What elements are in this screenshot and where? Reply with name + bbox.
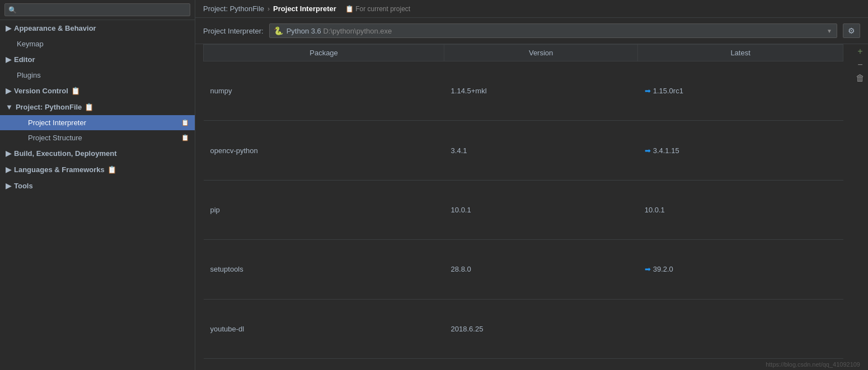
latest-value: 39.2.0 bbox=[653, 265, 673, 273]
search-icon: 🔍 bbox=[8, 6, 17, 14]
interpreter-select[interactable]: 🐍 Python 3.6 D:\python\python.exe ▼ bbox=[269, 23, 837, 38]
remove-package-button[interactable]: − bbox=[854, 59, 866, 71]
table-row[interactable]: opencv-python3.4.1➡3.4.1.15 bbox=[204, 121, 843, 180]
interpreter-version: Python 3.6 D:\python\python.exe bbox=[287, 27, 823, 35]
packages-table: Package Version Latest numpy1.14.5+mkl➡1… bbox=[203, 44, 843, 359]
copy-icon: 📋 bbox=[181, 134, 189, 141]
search-wrapper[interactable]: 🔍 bbox=[4, 3, 190, 16]
package-version: 28.8.0 bbox=[444, 240, 638, 299]
table-row[interactable]: setuptools28.8.0➡39.2.0 bbox=[204, 240, 843, 299]
sidebar-item-keymap[interactable]: Keymap bbox=[0, 36, 195, 51]
add-package-button[interactable]: + bbox=[854, 45, 866, 58]
package-name: setuptools bbox=[204, 240, 444, 299]
package-name: opencv-python bbox=[204, 121, 444, 180]
arrow-icon: ▶ bbox=[6, 149, 11, 158]
latest-value: 3.4.1.15 bbox=[653, 146, 679, 155]
table-row[interactable]: youtube-dl2018.6.25 bbox=[204, 299, 843, 358]
breadcrumb: Project: PythonFile › Project Interprete… bbox=[195, 0, 868, 18]
sidebar-item-label: Project Interpreter bbox=[28, 118, 179, 127]
copy-icon: 📋 bbox=[181, 119, 189, 126]
package-version: 3.4.1 bbox=[444, 121, 638, 180]
copy-icon: 📋 bbox=[71, 87, 80, 95]
package-latest: ➡39.2.0 bbox=[638, 240, 843, 299]
breadcrumb-note: 📋 For current project bbox=[345, 5, 410, 13]
breadcrumb-parent[interactable]: Project: PythonFile bbox=[203, 4, 264, 13]
sidebar-item-label: Languages & Frameworks bbox=[14, 165, 105, 174]
sidebar-item-project-structure[interactable]: Project Structure 📋 bbox=[0, 130, 195, 145]
sidebar-item-label: Editor bbox=[14, 55, 35, 64]
update-arrow-icon: ➡ bbox=[645, 265, 651, 273]
table-actions: + − 🗑 bbox=[852, 44, 868, 359]
package-version: 10.0.1 bbox=[444, 180, 638, 239]
sidebar-item-appearance[interactable]: ▶ Appearance & Behavior bbox=[0, 20, 195, 36]
package-version: 1.14.5+mkl bbox=[444, 61, 638, 121]
sidebar-item-project-interpreter[interactable]: Project Interpreter 📋 bbox=[0, 115, 195, 130]
sidebar-item-label: Plugins bbox=[17, 71, 189, 79]
sidebar-item-label: Project: PythonFile bbox=[16, 103, 82, 111]
table-row[interactable]: numpy1.14.5+mkl➡1.15.0rc1 bbox=[204, 61, 843, 121]
update-arrow-icon: ➡ bbox=[645, 146, 651, 155]
sidebar-item-build-execution[interactable]: ▶ Build, Execution, Deployment bbox=[0, 145, 195, 162]
arrow-icon: ▶ bbox=[6, 55, 11, 64]
sidebar-item-languages-frameworks[interactable]: ▶ Languages & Frameworks 📋 bbox=[0, 162, 195, 178]
arrow-icon: ▶ bbox=[6, 182, 11, 190]
delete-package-button[interactable]: 🗑 bbox=[854, 72, 866, 84]
package-name: numpy bbox=[204, 61, 444, 121]
packages-area: Package Version Latest numpy1.14.5+mkl➡1… bbox=[195, 44, 868, 359]
arrow-icon: ▶ bbox=[6, 87, 11, 95]
copy-icon: 📋 bbox=[85, 103, 93, 111]
package-version: 2018.6.25 bbox=[444, 299, 638, 358]
copy-icon: 📋 bbox=[107, 165, 116, 174]
python-icon: 🐍 bbox=[274, 26, 283, 35]
latest-value: 1.15.0rc1 bbox=[653, 87, 683, 95]
package-name: pip bbox=[204, 180, 444, 239]
interpreter-settings-button[interactable]: ⚙ bbox=[843, 23, 860, 38]
dropdown-arrow-icon: ▼ bbox=[827, 28, 832, 34]
column-package: Package bbox=[204, 45, 444, 61]
interpreter-row: Project Interpreter: 🐍 Python 3.6 D:\pyt… bbox=[195, 18, 868, 44]
main-content: Project: PythonFile › Project Interprete… bbox=[195, 0, 868, 370]
sidebar-item-plugins[interactable]: Plugins bbox=[0, 68, 195, 83]
package-latest bbox=[638, 299, 843, 358]
search-input[interactable] bbox=[19, 6, 186, 14]
sidebar-item-label: Version Control bbox=[14, 87, 68, 95]
breadcrumb-current: Project Interpreter bbox=[273, 4, 336, 13]
sidebar-item-version-control[interactable]: ▶ Version Control 📋 bbox=[0, 83, 195, 99]
sidebar-item-label: Appearance & Behavior bbox=[14, 24, 96, 32]
column-latest: Latest bbox=[638, 45, 843, 61]
sidebar-item-project-pythonfile[interactable]: ▼ Project: PythonFile 📋 bbox=[0, 99, 195, 115]
package-latest: ➡3.4.1.15 bbox=[638, 121, 843, 180]
table-row[interactable]: pip10.0.110.0.1 bbox=[204, 180, 843, 239]
arrow-icon: ▶ bbox=[6, 24, 11, 32]
sidebar-item-label: Tools bbox=[14, 182, 33, 190]
sidebar-item-label: Build, Execution, Deployment bbox=[14, 149, 116, 158]
sidebar-item-label: Project Structure bbox=[28, 134, 179, 142]
package-name: youtube-dl bbox=[204, 299, 444, 358]
arrow-icon: ▶ bbox=[6, 165, 11, 174]
interpreter-label: Project Interpreter: bbox=[203, 27, 264, 35]
sidebar-item-tools[interactable]: ▶ Tools bbox=[0, 178, 195, 194]
sidebar-item-label: Keymap bbox=[17, 40, 189, 48]
search-bar: 🔍 bbox=[0, 0, 195, 20]
package-latest: ➡1.15.0rc1 bbox=[638, 61, 843, 121]
sidebar: 🔍 ▶ Appearance & Behavior Keymap ▶ Edito… bbox=[0, 0, 195, 370]
table-wrapper: Package Version Latest numpy1.14.5+mkl➡1… bbox=[195, 44, 852, 359]
interpreter-path: D:\python\python.exe bbox=[323, 27, 392, 35]
update-arrow-icon: ➡ bbox=[645, 87, 651, 95]
watermark: https://blog.csdn.net/qq_41092109 bbox=[195, 359, 868, 370]
column-version: Version bbox=[444, 45, 638, 61]
arrow-icon: ▼ bbox=[6, 103, 13, 111]
breadcrumb-separator: › bbox=[268, 5, 270, 13]
package-latest: 10.0.1 bbox=[638, 180, 843, 239]
sidebar-item-editor[interactable]: ▶ Editor bbox=[0, 51, 195, 68]
